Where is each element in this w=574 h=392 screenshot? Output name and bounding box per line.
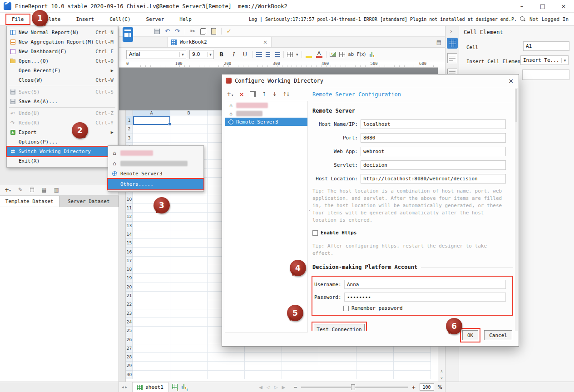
file-menu-item[interactable]: Exit(X) [7, 156, 118, 166]
sheet-cell[interactable] [208, 362, 245, 370]
sort-icon[interactable]: ↑↓ [283, 91, 289, 97]
row-header[interactable]: 13 [126, 222, 133, 230]
sheet-cell[interactable] [170, 248, 208, 256]
prev-page-icon[interactable]: ◁ [267, 385, 270, 390]
sheet-cell[interactable] [208, 353, 245, 362]
scroll-down-icon[interactable]: ∨ [438, 375, 445, 382]
sheet-cell[interactable] [170, 195, 208, 204]
sheet-cell[interactable] [170, 283, 208, 292]
dialog-close-icon[interactable]: × [503, 74, 519, 87]
sheet-cell[interactable] [170, 222, 208, 230]
sheet-cell[interactable] [170, 335, 208, 344]
format-painter-icon[interactable]: ✓ [227, 28, 232, 35]
underline-button[interactable]: U [241, 50, 249, 59]
sheet-cell[interactable] [170, 230, 208, 239]
insert-chart-sheet-icon[interactable]: + [181, 384, 187, 391]
sheet-cell[interactable] [170, 116, 208, 125]
delete-dataset-icon[interactable] [30, 188, 34, 192]
column-header[interactable]: A [133, 110, 170, 116]
sheet-cell[interactable] [133, 371, 170, 379]
italic-button[interactable]: I [229, 50, 238, 59]
zoom-slider[interactable] [301, 387, 408, 388]
sheet-cell[interactable] [282, 353, 319, 362]
tab-template-dataset[interactable]: Template Dataset [0, 196, 59, 207]
file-menu-item[interactable]: ↷Redo(R)Ctrl-Y [7, 118, 118, 128]
file-menu-item[interactable]: Options(P)... [7, 137, 118, 147]
field-input[interactable]: decision [361, 160, 506, 170]
row-header[interactable]: 15 [126, 239, 133, 248]
file-menu-item[interactable]: Close(W)Ctrl-W [7, 75, 118, 85]
insert-text-icon[interactable]: ab [348, 52, 354, 57]
remember-password-checkbox[interactable] [343, 306, 349, 311]
scrollbar-thumb[interactable] [515, 89, 517, 122]
first-page-icon[interactable]: ◀ [259, 385, 262, 390]
list-item[interactable]: ⌂ [225, 101, 307, 109]
font-family-select[interactable]: Arial▾ [126, 50, 186, 59]
workbook-tab-close-icon[interactable]: × [263, 39, 267, 45]
sheet-cell[interactable] [170, 257, 208, 265]
sheet-cell[interactable] [133, 239, 170, 248]
sheet-cell[interactable] [133, 248, 170, 256]
chevron-down-icon[interactable]: ▾ [179, 52, 186, 57]
login-status[interactable]: Not Logged In [529, 16, 569, 22]
zoom-in-icon[interactable]: + [411, 384, 416, 390]
sheet-cell[interactable] [170, 274, 208, 283]
chevron-down-icon[interactable]: ▾ [207, 52, 213, 57]
column-header[interactable]: B [170, 110, 208, 116]
file-menu-item[interactable]: Open Recent(E)▶ [7, 66, 118, 75]
sheet-cell[interactable] [394, 353, 431, 362]
menu-cell[interactable]: Cell(C) [109, 15, 131, 24]
list-item[interactable]: ⌂ [108, 148, 203, 158]
merge-cells-icon[interactable] [287, 52, 293, 57]
cut-icon[interactable]: ✂ [190, 28, 195, 35]
preview-dataset-icon[interactable]: ▤ [41, 187, 46, 193]
menu-file[interactable]: File [5, 14, 30, 25]
enable-https-checkbox[interactable] [312, 230, 318, 236]
sheet-cell[interactable] [170, 362, 208, 370]
sheet-cell[interactable] [133, 274, 170, 283]
zoom-level-input[interactable]: 100 [420, 383, 434, 391]
cell-reference-input[interactable]: A1 [523, 41, 569, 51]
align-center-icon[interactable] [265, 52, 271, 57]
zoom-slider-thumb[interactable] [351, 384, 355, 390]
row-header[interactable]: 12 [126, 213, 133, 221]
sheet-cell[interactable] [170, 213, 208, 221]
test-connection-button[interactable]: Test Connection [314, 324, 365, 331]
sheet-cell[interactable] [133, 327, 170, 335]
sheet-cell[interactable] [319, 371, 356, 379]
sheet-cell[interactable] [170, 309, 208, 318]
sheet-cell[interactable] [133, 222, 170, 230]
row-header[interactable]: 26 [126, 335, 133, 344]
chevron-down-icon[interactable]: ▾ [561, 58, 568, 63]
redo-icon[interactable]: ↷ [175, 28, 180, 35]
sheet-cell[interactable] [170, 292, 208, 300]
sheet-cell[interactable] [133, 265, 170, 274]
row-header[interactable]: 22 [126, 300, 133, 309]
sheet-cell[interactable] [133, 292, 170, 300]
align-right-icon[interactable] [274, 52, 280, 57]
file-menu-item[interactable]: Open...(O)Ctrl-O [7, 56, 118, 66]
delete-server-icon[interactable]: × [239, 91, 244, 98]
add-server-icon[interactable]: +▾ [227, 91, 233, 97]
chevron-down-icon[interactable]: ▾ [296, 52, 298, 57]
row-header[interactable]: 16 [126, 248, 133, 256]
font-color-icon[interactable]: A [316, 50, 323, 59]
sheet-cell[interactable] [356, 353, 394, 362]
border-icon[interactable] [339, 52, 345, 57]
list-item[interactable]: ⌂ [108, 158, 203, 169]
sheet-cell[interactable] [133, 318, 170, 327]
sheet-cell[interactable] [356, 362, 394, 370]
file-menu-item[interactable]: ▲Export▶ [7, 128, 118, 137]
list-item[interactable]: ⌂ [225, 109, 307, 118]
sheet-cell[interactable] [133, 300, 170, 309]
row-header[interactable]: 21 [126, 292, 133, 300]
sheet-cell[interactable] [394, 371, 431, 379]
log-message[interactable]: Log | Seriously:17:17:57 pool-14-thread-… [249, 17, 516, 22]
sheet-tab-scroll-icons[interactable]: ◂▸ [122, 385, 129, 389]
move-down-icon[interactable]: ↓ [272, 91, 277, 97]
save-icon[interactable] [154, 29, 160, 34]
list-item[interactable]: Remote Server3 [225, 118, 307, 126]
sheet-cell[interactable] [319, 353, 356, 362]
row-header[interactable]: 11 [126, 204, 133, 213]
sheet-cell[interactable] [170, 134, 208, 143]
